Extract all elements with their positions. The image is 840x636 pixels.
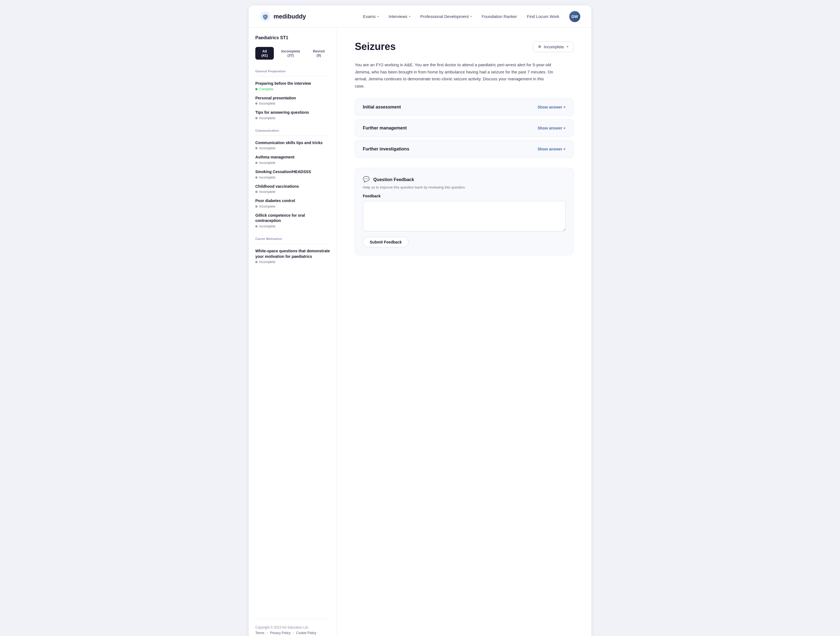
sidebar-item-personal-presentation[interactable]: Personal presentation Incomplete: [255, 96, 330, 106]
submit-feedback-button[interactable]: Submit Feedback: [363, 237, 409, 247]
user-avatar[interactable]: GW: [569, 11, 580, 22]
status-dot-incomplete: [255, 117, 257, 119]
nav-professional-development[interactable]: Professional Development ▾: [420, 14, 472, 19]
section-label-general: General Preparation: [255, 69, 330, 73]
tab-incomplete[interactable]: Incomplete (37): [275, 47, 306, 60]
sidebar-footer: Copyright © 2023 AG Education Ltd. Terms…: [255, 619, 330, 635]
page-title: Seizures: [355, 41, 396, 52]
tab-row: All (41) Incomplete (37) Revisit (0): [255, 47, 330, 60]
item-status: Incomplete: [255, 102, 330, 105]
copyright-text: Copyright © 2023 AG Education Ltd.: [255, 625, 330, 630]
item-status: Incomplete: [255, 116, 330, 120]
sidebar-item-gillick[interactable]: Gillick competence for oral contraceptio…: [255, 213, 330, 228]
show-answer-btn-management[interactable]: Show answer +: [537, 126, 565, 130]
footer-links: Terms • Privacy Policy • Cookie Policy: [255, 631, 330, 635]
logo-icon: [260, 11, 271, 22]
header: medibuddy Exams ▾ Interviews ▾ Professio…: [249, 6, 591, 28]
status-dropdown[interactable]: Incomplete ▾: [533, 41, 574, 52]
feedback-label: Feedback: [363, 194, 565, 198]
status-dot-incomplete: [255, 147, 257, 150]
main-content: Seizures Incomplete ▾ You are an FY2 wor…: [337, 28, 591, 636]
main-header: Seizures Incomplete ▾: [355, 41, 574, 52]
sidebar-item-preparing[interactable]: Preparing before the interview Complete: [255, 81, 330, 91]
item-status: Incomplete: [255, 205, 330, 208]
item-status: Incomplete: [255, 161, 330, 165]
sidebar-item-vaccinations[interactable]: Childhood vaccinations Incomplete: [255, 184, 330, 194]
feedback-subtitle: Help us to improve this question bank by…: [363, 185, 565, 189]
nav-exams[interactable]: Exams ▾: [363, 14, 379, 19]
tab-all[interactable]: All (41): [255, 47, 274, 60]
section-label-communication: Communication: [255, 129, 330, 132]
accordion-further-investigations[interactable]: Further investigations Show answer +: [355, 140, 574, 158]
sidebar-item-comm-skills[interactable]: Communication skills tips and tricks Inc…: [255, 140, 330, 150]
section-label-career: Career Motivation: [255, 237, 330, 241]
feedback-icon: 💬: [363, 176, 371, 184]
chevron-down-icon: ▾: [470, 15, 472, 18]
privacy-link[interactable]: Privacy Policy: [270, 631, 291, 635]
sidebar-item-diabetes[interactable]: Poor diabetes control Incomplete: [255, 198, 330, 208]
sidebar-item-smoking[interactable]: Smoking Cessation/HEADSSS Incomplete: [255, 169, 330, 179]
tab-revisit[interactable]: Revisit (0): [308, 47, 330, 60]
sidebar-item-tips[interactable]: Tips for answering questions Incomplete: [255, 110, 330, 120]
item-status: Incomplete: [255, 176, 330, 179]
section-divider: [255, 135, 330, 136]
chevron-down-icon: ▾: [567, 45, 568, 49]
feedback-title: Question Feedback: [373, 177, 414, 182]
logo-text: medibuddy: [273, 13, 306, 20]
status-dot-incomplete: [255, 102, 257, 105]
show-answer-btn-investigations[interactable]: Show answer +: [537, 147, 565, 151]
status-dot-incomplete: [255, 162, 257, 164]
show-answer-btn-initial[interactable]: Show answer +: [537, 105, 565, 109]
status-dot-incomplete: [255, 261, 257, 263]
status-dot-incomplete: [255, 205, 257, 208]
page-background: medibuddy Exams ▾ Interviews ▾ Professio…: [0, 0, 840, 636]
cookie-link[interactable]: Cookie Policy: [296, 631, 316, 635]
terms-link[interactable]: Terms: [255, 631, 264, 635]
sidebar-title: Paediatrics ST1: [255, 35, 330, 40]
item-status: Incomplete: [255, 146, 330, 150]
status-indicator: [538, 45, 541, 48]
app-card: medibuddy Exams ▾ Interviews ▾ Professio…: [249, 6, 591, 636]
sidebar: Paediatrics ST1 All (41) Incomplete (37)…: [249, 28, 337, 636]
question-description: You are an FY2 working in A&E. You are t…: [355, 61, 554, 90]
accordion: Initial assessment Show answer + Further…: [355, 98, 574, 158]
accordion-initial-assessment[interactable]: Initial assessment Show answer +: [355, 98, 574, 116]
status-dot-incomplete: [255, 191, 257, 193]
item-status: Incomplete: [255, 260, 330, 264]
nav-interviews[interactable]: Interviews ▾: [389, 14, 411, 19]
section-divider: [255, 244, 330, 244]
status-dot-complete: [255, 88, 257, 90]
item-status: Incomplete: [255, 190, 330, 194]
chevron-down-icon: ▾: [377, 15, 379, 18]
sidebar-item-whitespace[interactable]: White-space questions that demonstrate y…: [255, 249, 330, 264]
status-label: Incomplete: [544, 44, 564, 49]
status-dot-incomplete: [255, 176, 257, 179]
nav-find-locum-work[interactable]: Find Locum Work: [527, 14, 559, 19]
feedback-textarea[interactable]: [363, 201, 565, 231]
sidebar-item-asthma[interactable]: Asthma management Incomplete: [255, 154, 330, 165]
status-dot-incomplete: [255, 225, 257, 227]
nav-foundation-ranker[interactable]: Foundation Ranker: [482, 14, 517, 19]
chevron-down-icon: ▾: [409, 15, 411, 18]
main-nav: Exams ▾ Interviews ▾ Professional Develo…: [363, 11, 580, 22]
feedback-card: 💬 Question Feedback Help us to improve t…: [355, 168, 574, 255]
logo[interactable]: medibuddy: [260, 11, 306, 22]
item-status: Incomplete: [255, 224, 330, 228]
item-status: Complete: [255, 87, 330, 91]
feedback-header: 💬 Question Feedback: [363, 176, 565, 184]
body-layout: Paediatrics ST1 All (41) Incomplete (37)…: [249, 28, 591, 636]
accordion-further-management[interactable]: Further management Show answer +: [355, 119, 574, 137]
